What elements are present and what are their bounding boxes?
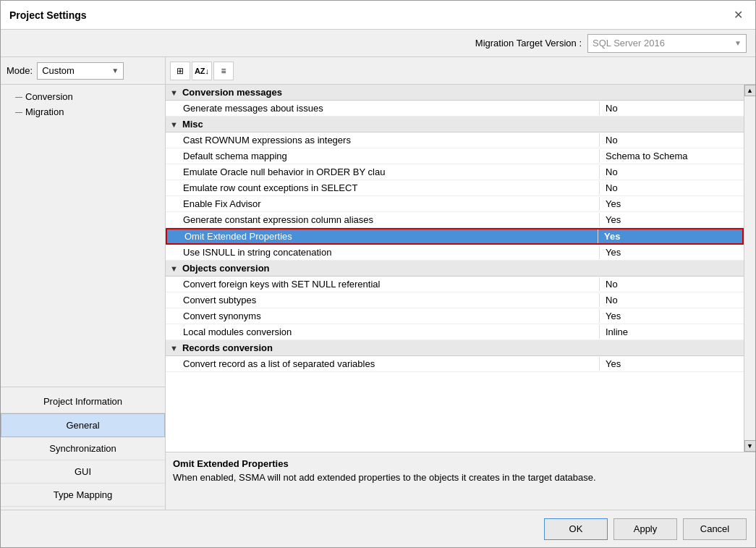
prop-row-convert-synonyms[interactable]: Convert synonyms Yes: [166, 308, 744, 324]
nav-item-type-mapping[interactable]: Type Mapping: [1, 484, 165, 507]
chevron-down-icon-objects: ▼: [170, 264, 178, 273]
prop-value-convert-foreign-keys: No: [599, 277, 744, 291]
nav-item-synchronization[interactable]: Synchronization: [1, 437, 165, 460]
tree-dash-icon: —: [15, 93, 22, 101]
right-panel: ⊞ AZ↓ ≡ ▼ Conversion messages: [166, 57, 755, 510]
chevron-down-icon-records: ▼: [170, 344, 178, 353]
nav-label-type-mapping: Type Mapping: [54, 489, 113, 500]
group-header-misc[interactable]: ▼ Misc: [166, 117, 744, 132]
description-title: Omit Extended Properties: [173, 458, 748, 469]
prop-row-generate-messages[interactable]: Generate messages about issues No: [166, 101, 744, 117]
prop-value-generate-messages: No: [599, 101, 744, 115]
nav-label-gui: GUI: [75, 466, 91, 477]
prop-name-omit-extended: Omit Extended Properties: [167, 229, 598, 243]
bottom-bar: OK Apply Cancel: [1, 510, 755, 547]
prop-row-cast-rownum[interactable]: Cast ROWNUM expressions as integers No: [166, 132, 744, 148]
group-label-records-conversion: Records conversion: [182, 342, 273, 353]
tree-item-conversion[interactable]: — Conversion: [1, 89, 165, 104]
prop-value-local-modules: Inline: [599, 325, 744, 339]
group-header-objects-conversion[interactable]: ▼ Objects conversion: [166, 261, 744, 277]
toolbar-sort-btn[interactable]: AZ↓: [192, 62, 212, 80]
tree-dash-icon-2: —: [15, 108, 22, 116]
group-label-conversion-messages: Conversion messages: [182, 87, 282, 98]
tree-item-conversion-label: Conversion: [25, 91, 73, 102]
tree-item-migration[interactable]: — Migration: [1, 104, 165, 119]
project-settings-dialog: Project Settings ✕ Migration Target Vers…: [0, 0, 756, 548]
migration-target-select[interactable]: SQL Server 2016 ▼: [587, 34, 747, 53]
cancel-label: Cancel: [700, 523, 729, 534]
prop-value-default-schema: Schema to Schema: [599, 149, 744, 163]
apply-button[interactable]: Apply: [613, 518, 677, 540]
sort-az-icon: AZ↓: [195, 67, 209, 75]
ok-button[interactable]: OK: [544, 518, 608, 540]
group-header-conversion-messages[interactable]: ▼ Conversion messages: [166, 85, 744, 101]
vertical-scrollbar: ▲ ▼: [744, 85, 755, 452]
prop-row-enable-fix-advisor[interactable]: Enable Fix Advisor Yes: [166, 196, 744, 212]
grid-icon: ⊞: [177, 66, 184, 76]
toolbar-filter-btn[interactable]: ≡: [213, 62, 234, 80]
mode-bar: Mode: Custom ▼: [1, 57, 165, 85]
tree-item-migration-label: Migration: [25, 106, 64, 117]
migration-bar: Migration Target Version : SQL Server 20…: [1, 30, 755, 57]
nav-label-project-information: Project Information: [43, 396, 122, 407]
prop-row-convert-subtypes[interactable]: Convert subtypes No: [166, 292, 744, 308]
prop-value-emulate-oracle-null: No: [599, 165, 744, 179]
prop-value-convert-synonyms: Yes: [599, 309, 744, 323]
mode-label: Mode:: [7, 65, 33, 76]
prop-name-convert-subtypes: Convert subtypes: [166, 293, 599, 307]
prop-row-generate-constant[interactable]: Generate constant expression column alia…: [166, 212, 744, 228]
prop-value-convert-record: Yes: [599, 357, 744, 371]
main-content: Mode: Custom ▼ — Conversion — Migration: [1, 57, 755, 510]
properties-scroll-area: ▼ Conversion messages Generate messages …: [166, 85, 755, 452]
props-toolbar: ⊞ AZ↓ ≡: [166, 57, 755, 85]
prop-name-convert-synonyms: Convert synonyms: [166, 309, 599, 323]
prop-row-convert-record[interactable]: Convert record as a list of separated va…: [166, 356, 744, 372]
prop-name-emulate-oracle-null: Emulate Oracle null behavior in ORDER BY…: [166, 165, 599, 179]
description-area: Omit Extended Properties When enabled, S…: [166, 452, 755, 510]
prop-value-convert-subtypes: No: [599, 293, 744, 307]
nav-label-synchronization: Synchronization: [49, 443, 116, 454]
group-label-misc: Misc: [182, 119, 203, 130]
chevron-down-icon: ▼: [170, 88, 178, 97]
apply-label: Apply: [634, 523, 658, 534]
properties-container: ▼ Conversion messages Generate messages …: [166, 85, 744, 452]
scroll-up-arrow[interactable]: ▲: [744, 85, 756, 96]
migration-select-arrow-icon: ▼: [734, 39, 742, 47]
close-button[interactable]: ✕: [729, 7, 747, 24]
left-panel: Mode: Custom ▼ — Conversion — Migration: [1, 57, 166, 510]
group-header-records-conversion[interactable]: ▼ Records conversion: [166, 340, 744, 356]
nav-item-gui[interactable]: GUI: [1, 460, 165, 484]
nav-label-general: General: [66, 420, 99, 431]
scroll-track[interactable]: [744, 96, 756, 440]
scroll-down-arrow[interactable]: ▼: [744, 440, 756, 452]
prop-row-convert-foreign-keys[interactable]: Convert foreign keys with SET NULL refer…: [166, 277, 744, 292]
cancel-button[interactable]: Cancel: [683, 518, 747, 540]
prop-name-use-isnull: Use ISNULL in string concatenation: [166, 245, 599, 259]
prop-row-use-isnull[interactable]: Use ISNULL in string concatenation Yes: [166, 245, 744, 261]
ok-label: OK: [569, 523, 583, 534]
prop-row-default-schema[interactable]: Default schema mapping Schema to Schema: [166, 148, 744, 164]
description-text: When enabled, SSMA will not add extended…: [173, 472, 748, 483]
prop-value-use-isnull: Yes: [599, 245, 744, 259]
prop-row-emulate-row-count[interactable]: Emulate row count exceptions in SELECT N…: [166, 180, 744, 196]
prop-row-emulate-oracle-null[interactable]: Emulate Oracle null behavior in ORDER BY…: [166, 164, 744, 180]
prop-name-convert-record: Convert record as a list of separated va…: [166, 357, 599, 371]
prop-name-enable-fix-advisor: Enable Fix Advisor: [166, 197, 599, 211]
toolbar-grid-btn[interactable]: ⊞: [170, 62, 190, 80]
prop-name-convert-foreign-keys: Convert foreign keys with SET NULL refer…: [166, 277, 599, 291]
nav-item-project-information[interactable]: Project Information: [1, 390, 165, 413]
nav-item-general[interactable]: General: [1, 413, 165, 437]
nav-section: Project Information General Synchronizat…: [1, 387, 165, 510]
prop-value-enable-fix-advisor: Yes: [599, 197, 744, 211]
prop-row-local-modules[interactable]: Local modules conversion Inline: [166, 324, 744, 340]
mode-value: Custom: [42, 65, 75, 76]
group-label-objects-conversion: Objects conversion: [182, 263, 270, 274]
tree-section: — Conversion — Migration: [1, 85, 165, 387]
mode-select-arrow-icon: ▼: [111, 67, 119, 75]
prop-name-generate-messages: Generate messages about issues: [166, 101, 599, 115]
prop-name-cast-rownum: Cast ROWNUM expressions as integers: [166, 133, 599, 147]
mode-select[interactable]: Custom ▼: [37, 62, 124, 80]
prop-name-generate-constant: Generate constant expression column alia…: [166, 213, 599, 227]
prop-row-omit-extended[interactable]: Omit Extended Properties Yes: [166, 228, 744, 245]
dialog-title: Project Settings: [9, 9, 87, 21]
